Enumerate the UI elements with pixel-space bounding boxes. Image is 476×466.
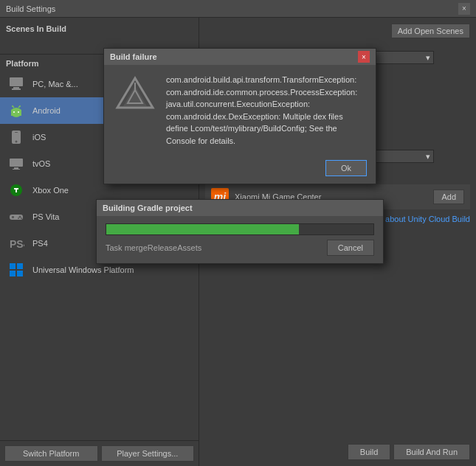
progress-bar-fill bbox=[106, 224, 299, 234]
sidebar-bottom: Switch Platform Player Settings... bbox=[0, 440, 199, 466]
platform-label-uwp: Universal Windows Platform bbox=[32, 265, 134, 274]
svg-rect-15 bbox=[14, 167, 18, 169]
player-settings-button[interactable]: Player Settings... bbox=[101, 445, 195, 462]
platform-label-android: Android bbox=[32, 106, 61, 115]
xbox-icon bbox=[6, 180, 27, 201]
platform-label-pc: PC, Mac &... bbox=[32, 80, 78, 88]
platform-label-psvita: PS Vita bbox=[32, 212, 60, 221]
build-failure-close-button[interactable]: × bbox=[358, 51, 370, 63]
gradle-status: Task mergeReleaseAssets bbox=[106, 243, 321, 252]
svg-rect-2 bbox=[12, 88, 21, 90]
android-icon bbox=[6, 100, 27, 121]
svg-rect-16 bbox=[13, 169, 20, 170]
svg-rect-24 bbox=[10, 263, 15, 269]
gradle-dialog-body: Task mergeReleaseAssets Cancel bbox=[97, 216, 383, 263]
platform-label-ios: iOS bbox=[32, 133, 46, 142]
build-failure-dialog: Build failure × com.android.build.api.tr… bbox=[103, 48, 376, 184]
platform-label-ps4: PS4 bbox=[32, 239, 48, 248]
build-button[interactable]: Build bbox=[348, 444, 390, 460]
gradle-cancel-button[interactable]: Cancel bbox=[327, 240, 374, 256]
title-bar: Build Settings × bbox=[0, 0, 476, 18]
build-failure-message: com.android.build.api.transform.Transfor… bbox=[166, 74, 367, 147]
switch-platform-button[interactable]: Switch Platform bbox=[4, 445, 98, 462]
svg-point-5 bbox=[13, 111, 15, 113]
svg-rect-14 bbox=[10, 159, 23, 167]
add-open-scenes-button[interactable]: Add Open Scenes bbox=[391, 24, 470, 38]
gradle-title-bar: Building Gradle project bbox=[97, 200, 383, 216]
pc-icon bbox=[6, 74, 27, 94]
tvos-icon bbox=[6, 153, 27, 174]
gradle-bottom: Task mergeReleaseAssets Cancel bbox=[106, 240, 374, 256]
svg-rect-0 bbox=[10, 77, 23, 86]
main-window: Build Settings × Scenes In Build Platfor… bbox=[0, 0, 476, 466]
ok-button[interactable]: Ok bbox=[325, 160, 367, 176]
sdk-add-button[interactable]: Add bbox=[433, 189, 464, 204]
gradle-title: Building Gradle project bbox=[103, 204, 377, 212]
scenes-label: Scenes In Build bbox=[6, 24, 66, 33]
svg-point-6 bbox=[18, 111, 19, 113]
ps4-icon: PS4 bbox=[6, 233, 27, 254]
unity-logo bbox=[113, 74, 157, 118]
build-failure-footer: Ok bbox=[104, 156, 376, 184]
platform-label-tvos: tvOS bbox=[32, 159, 50, 168]
gradle-dialog: Building Gradle project Task mergeReleas… bbox=[96, 199, 384, 264]
build-failure-title: Build failure bbox=[110, 52, 358, 61]
window-title: Build Settings bbox=[6, 4, 55, 13]
platform-label-xbox: Xbox One bbox=[32, 186, 69, 195]
progress-bar-container bbox=[106, 223, 374, 235]
psvita-icon bbox=[6, 206, 27, 227]
build-failure-title-bar: Build failure × bbox=[104, 49, 376, 65]
svg-rect-25 bbox=[17, 263, 23, 269]
ios-icon bbox=[6, 127, 27, 147]
dropdown-arrow-icon: ▾ bbox=[426, 53, 430, 63]
svg-point-21 bbox=[18, 218, 19, 219]
svg-rect-13 bbox=[15, 132, 18, 133]
svg-rect-27 bbox=[17, 271, 23, 277]
svg-rect-1 bbox=[13, 87, 19, 88]
compression-dropdown-arrow-icon: ▾ bbox=[426, 152, 430, 161]
build-and-run-button[interactable]: Build And Run bbox=[393, 444, 470, 460]
build-failure-body: com.android.build.api.transform.Transfor… bbox=[104, 65, 376, 156]
svg-point-9 bbox=[12, 105, 13, 107]
svg-rect-26 bbox=[10, 271, 15, 277]
window-close-button[interactable]: × bbox=[458, 3, 470, 15]
svg-point-22 bbox=[21, 218, 22, 219]
svg-text:PS4: PS4 bbox=[10, 238, 24, 250]
uwp-icon bbox=[6, 260, 27, 280]
svg-point-20 bbox=[19, 216, 21, 218]
svg-rect-19 bbox=[12, 216, 14, 218]
svg-point-10 bbox=[19, 105, 21, 107]
svg-point-12 bbox=[15, 141, 18, 143]
svg-rect-4 bbox=[11, 110, 21, 116]
bottom-buttons: Build Build And Run bbox=[205, 439, 470, 460]
